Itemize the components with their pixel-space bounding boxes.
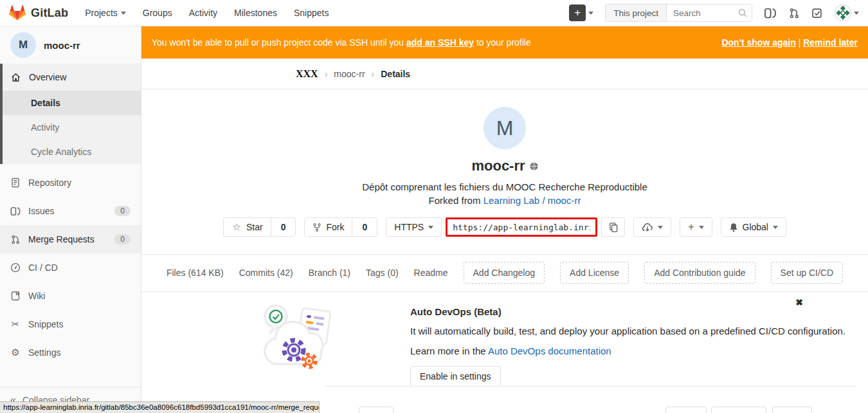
- add-license-button[interactable]: Add License: [560, 262, 629, 284]
- bell-icon: [729, 223, 738, 232]
- branch-link[interactable]: Branch (1): [309, 268, 350, 278]
- nav-snippets[interactable]: Snippets: [294, 8, 329, 18]
- ssh-warning-banner: You won't be able to pull or push projec…: [141, 26, 868, 59]
- chevron-down-icon: [121, 12, 126, 15]
- add-dropdown[interactable]: +: [680, 217, 712, 237]
- sidebar-item-settings[interactable]: ⚙ Settings: [0, 338, 141, 367]
- sidebar-item-issues[interactable]: Issues 0: [0, 197, 141, 225]
- commits-link[interactable]: Commits (42): [239, 268, 293, 278]
- notifications-dropdown[interactable]: Global: [721, 217, 786, 237]
- readme-link[interactable]: Readme: [414, 268, 448, 278]
- star-icon: ☆: [231, 221, 242, 233]
- merge-request-icon: [10, 235, 21, 244]
- sidebar-item-snippets[interactable]: ✂ Snippets: [0, 310, 141, 338]
- fork-button-group: Fork 0: [304, 217, 377, 237]
- branch-selector-button[interactable]: [359, 407, 393, 413]
- setup-cicd-button[interactable]: Set up CI/CD: [771, 262, 843, 284]
- project-description: Dépôt comprenant les fichiers du MOOC Re…: [141, 181, 868, 192]
- enable-in-settings-button[interactable]: Enable in settings: [410, 366, 501, 387]
- copy-url-button[interactable]: [601, 217, 625, 237]
- issues-count-badge: 0: [114, 206, 131, 216]
- sidebar-project-name: mooc-rr: [44, 40, 80, 51]
- fork-count[interactable]: 0: [352, 218, 377, 236]
- merge-requests-count-badge: 0: [114, 234, 131, 244]
- sidebar-item-ci-cd[interactable]: CI / CD: [0, 253, 141, 282]
- banner-message: You won't be able to pull or push projec…: [152, 37, 531, 48]
- cloud-download-icon: [642, 223, 653, 232]
- project-actions: ☆ Star 0 Fork 0 HTTPS: [141, 217, 868, 237]
- devops-docs-link[interactable]: Auto DevOps documentation: [488, 345, 611, 356]
- chevron-down-icon: [773, 226, 778, 229]
- fork-icon: [312, 223, 321, 232]
- dont-show-again-link[interactable]: Don't show again: [721, 37, 795, 48]
- chevron-down-icon: [854, 12, 859, 15]
- fork-button[interactable]: Fork: [305, 218, 352, 236]
- download-dropdown[interactable]: [633, 217, 671, 237]
- sidebar-item-repository[interactable]: Repository: [0, 169, 141, 197]
- add-changelog-button[interactable]: Add Changelog: [464, 262, 545, 284]
- merge-requests-dashboard-icon[interactable]: [788, 8, 800, 19]
- protocol-dropdown[interactable]: HTTPS: [386, 217, 442, 237]
- breadcrumb: XXX › mooc-rr › Details: [141, 59, 868, 89]
- plus-icon: +: [569, 5, 586, 21]
- breadcrumb-separator: ›: [372, 69, 375, 79]
- add-ssh-key-link[interactable]: add an SSH key: [406, 37, 474, 48]
- gear-icon: ⚙: [10, 347, 21, 358]
- star-button[interactable]: ☆ Star: [224, 218, 271, 236]
- sidebar-item-wiki[interactable]: Wiki: [0, 282, 141, 310]
- close-icon[interactable]: ✖: [795, 297, 803, 307]
- project-avatar-small: M: [10, 32, 36, 58]
- tags-link[interactable]: Tags (0): [366, 268, 399, 278]
- nav-activity[interactable]: Activity: [189, 8, 217, 18]
- sidebar-project-header[interactable]: M mooc-rr: [0, 26, 141, 64]
- remind-later-link[interactable]: Remind later: [803, 37, 858, 48]
- public-globe-icon: [530, 162, 538, 170]
- chevron-down-icon: [588, 12, 593, 15]
- clone-url-group: HTTPS: [386, 217, 625, 237]
- breadcrumb-project[interactable]: mooc-rr: [334, 69, 365, 79]
- user-avatar: [835, 5, 851, 21]
- search-group: This project: [605, 4, 752, 22]
- project-sidebar: M mooc-rr Overview Details Activity Cycl…: [0, 26, 141, 413]
- chevron-down-icon: [658, 226, 663, 229]
- nav-groups[interactable]: Groups: [143, 8, 172, 18]
- sidebar-item-cycle-analytics[interactable]: Cycle Analytics: [3, 140, 141, 164]
- tanuki-icon: [9, 5, 26, 21]
- breadcrumb-group[interactable]: XXX: [296, 68, 318, 80]
- files-link[interactable]: Files (614 KB): [167, 268, 224, 278]
- browser-status-bar: https://app-learninglab.inria.fr/gitlab/…: [0, 401, 320, 413]
- user-menu[interactable]: [835, 5, 859, 21]
- devops-illustration-icon: [260, 297, 339, 374]
- top-navbar: GitLab Projects Groups Activity Mileston…: [0, 0, 868, 26]
- home-icon: [10, 72, 21, 82]
- sidebar-item-merge-requests[interactable]: Merge Requests 0: [0, 225, 141, 253]
- issues-dashboard-icon[interactable]: [764, 8, 777, 19]
- project-title: mooc-rr: [471, 158, 525, 174]
- scissors-icon: ✂: [10, 318, 21, 330]
- breadcrumb-separator: ›: [325, 69, 328, 79]
- sidebar-item-details[interactable]: Details: [3, 91, 141, 115]
- project-header: M mooc-rr Dépôt comprenant les fichiers …: [141, 89, 868, 255]
- clipboard-icon: [608, 222, 618, 232]
- file-action-button[interactable]: [665, 407, 707, 413]
- nav-milestones[interactable]: Milestones: [234, 8, 277, 18]
- plus-icon: +: [688, 221, 694, 233]
- forked-from-link[interactable]: Learning Lab / mooc-rr: [484, 195, 581, 206]
- sidebar-item-activity[interactable]: Activity: [3, 115, 141, 140]
- add-contribution-guide-button[interactable]: Add Contribution guide: [644, 262, 755, 284]
- new-menu-button[interactable]: +: [569, 5, 593, 21]
- file-action-button[interactable]: [772, 407, 812, 413]
- file-action-button[interactable]: [711, 407, 766, 413]
- document-icon: [10, 178, 21, 188]
- devops-title: Auto DevOps (Beta): [410, 306, 868, 317]
- clone-url-input[interactable]: [446, 217, 597, 237]
- auto-devops-callout: ✖ Auto DevOps (Beta) It will automatical…: [141, 292, 868, 387]
- nav-projects[interactable]: Projects: [85, 8, 126, 18]
- gitlab-logo[interactable]: GitLab: [9, 5, 68, 21]
- star-count[interactable]: 0: [271, 218, 296, 236]
- divider: [325, 386, 856, 387]
- todos-icon[interactable]: [811, 8, 823, 19]
- sidebar-item-overview[interactable]: Overview: [3, 64, 141, 91]
- chevron-down-icon: [428, 226, 433, 229]
- devops-description: It will automatically build, test, and d…: [410, 326, 868, 336]
